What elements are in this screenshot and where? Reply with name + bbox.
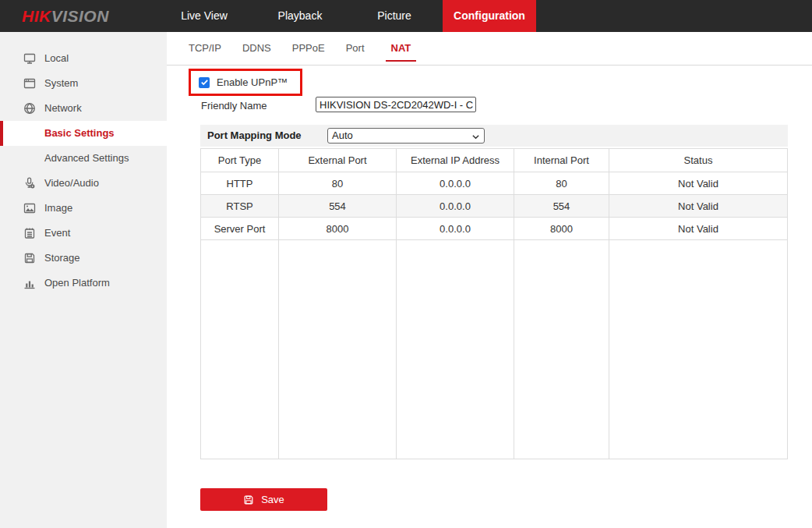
sidebar-item-label: Storage <box>44 246 80 271</box>
port-mapping-table: Port Type External Port External IP Addr… <box>200 148 788 459</box>
sidebar-item-label: Local <box>44 46 69 71</box>
sidebar-item-network[interactable]: Network <box>0 96 167 121</box>
sidebar-item-video-audio[interactable]: Video/Audio <box>0 171 167 196</box>
col-status: Status <box>609 149 788 172</box>
nav-live-view[interactable]: Live View <box>168 0 241 32</box>
sidebar-item-basic-settings[interactable]: Basic Settings <box>0 121 167 146</box>
cell-status: Not Valid <box>609 195 788 218</box>
enable-upnp-label: Enable UPnP™ <box>217 76 288 88</box>
window-icon <box>23 77 36 90</box>
save-button[interactable]: Save <box>200 488 327 511</box>
microphone-icon <box>23 177 36 190</box>
sidebar-item-label: Advanced Settings <box>44 146 129 171</box>
sidebar-item-label: Video/Audio <box>44 171 99 196</box>
tab-nat[interactable]: NAT <box>386 42 417 62</box>
cell-external-ip: 0.0.0.0 <box>397 172 514 195</box>
tab-port[interactable]: Port <box>346 42 365 62</box>
nav-configuration[interactable]: Configuration <box>443 0 536 32</box>
sidebar: Local System Network Basic Settings Adva… <box>0 32 167 528</box>
tab-pppoe[interactable]: PPPoE <box>292 42 325 62</box>
enable-upnp-annotation-box: Enable UPnP™ <box>189 69 302 96</box>
col-internal-port: Internal Port <box>514 149 609 172</box>
table-row-server-port: Server Port 8000 0.0.0.0 8000 Not Valid <box>201 218 788 240</box>
bar-chart-icon <box>23 277 36 289</box>
sidebar-item-system[interactable]: System <box>0 71 167 96</box>
cell-external-ip: 0.0.0.0 <box>397 195 514 218</box>
monitor-icon <box>23 52 36 65</box>
friendly-name-label: Friendly Name <box>201 100 267 112</box>
friendly-name-input[interactable] <box>316 97 476 112</box>
cell-external-ip: 0.0.0.0 <box>397 218 514 240</box>
col-external-ip-address: External IP Address <box>397 149 514 172</box>
main-content: TCP/IP DDNS PPPoE Port NAT Enable UPnP™ … <box>167 32 812 528</box>
nav-picture[interactable]: Picture <box>360 0 429 32</box>
table-row-http: HTTP 80 0.0.0.0 80 Not Valid <box>201 172 788 195</box>
floppy-icon <box>23 252 36 264</box>
hikvision-logo: HIKVISION <box>22 0 109 32</box>
cell-status: Not Valid <box>609 218 788 240</box>
save-icon <box>243 494 254 505</box>
table-empty-area <box>201 240 788 459</box>
cell-external-port: 80 <box>279 172 397 195</box>
sidebar-item-label: Event <box>44 221 70 246</box>
sidebar-item-open-platform[interactable]: Open Platform <box>0 271 167 296</box>
tabs-separator <box>167 65 812 66</box>
tab-ddns[interactable]: DDNS <box>242 42 271 62</box>
enable-upnp-checkbox[interactable] <box>199 77 210 88</box>
cell-external-port: 8000 <box>279 218 397 240</box>
nav-playback[interactable]: Playback <box>263 0 337 32</box>
tab-tcpip[interactable]: TCP/IP <box>189 42 221 62</box>
sidebar-item-local[interactable]: Local <box>0 46 167 71</box>
logo-part-gray: VISION <box>51 7 109 25</box>
port-mapping-mode-select[interactable]: Auto <box>327 128 485 144</box>
table-header-row: Port Type External Port External IP Addr… <box>201 149 788 172</box>
chevron-down-icon <box>471 132 480 144</box>
sidebar-item-label: Network <box>44 96 82 121</box>
sidebar-item-advanced-settings[interactable]: Advanced Settings <box>0 146 167 171</box>
sidebar-item-label: System <box>44 71 78 96</box>
save-button-label: Save <box>261 494 284 505</box>
cell-port-type: RTSP <box>201 195 279 218</box>
col-port-type: Port Type <box>201 149 279 172</box>
sidebar-item-label: Basic Settings <box>44 121 115 146</box>
top-header: HIKVISION Live View Playback Picture Con… <box>0 0 812 32</box>
sidebar-item-label: Open Platform <box>44 271 110 296</box>
cell-port-type: HTTP <box>201 172 279 195</box>
sidebar-item-storage[interactable]: Storage <box>0 246 167 271</box>
sidebar-item-event[interactable]: Event <box>0 221 167 246</box>
cell-internal-port: 8000 <box>514 218 609 240</box>
event-icon <box>23 227 36 239</box>
globe-icon <box>23 102 36 115</box>
network-tabs: TCP/IP DDNS PPPoE Port NAT <box>189 42 437 62</box>
logo-part-red: HIK <box>22 7 51 25</box>
port-mapping-mode-value: Auto <box>332 129 353 143</box>
image-icon <box>23 202 36 214</box>
sidebar-item-image[interactable]: Image <box>0 196 167 221</box>
cell-internal-port: 80 <box>514 172 609 195</box>
cell-internal-port: 554 <box>514 195 609 218</box>
port-mapping-mode-label: Port Mapping Mode <box>207 125 302 147</box>
port-mapping-mode-row: Port Mapping Mode Auto <box>200 125 788 147</box>
cell-external-port: 554 <box>279 195 397 218</box>
col-external-port: External Port <box>279 149 397 172</box>
cell-port-type: Server Port <box>201 218 279 240</box>
sidebar-item-label: Image <box>44 196 72 221</box>
table-row-rtsp: RTSP 554 0.0.0.0 554 Not Valid <box>201 195 788 218</box>
cell-status: Not Valid <box>609 172 788 195</box>
